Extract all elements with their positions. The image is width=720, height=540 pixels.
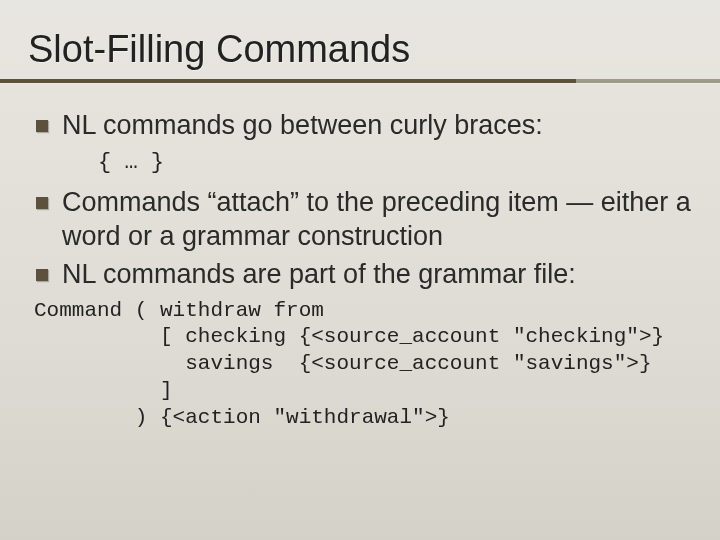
bullet-item: Commands “attach” to the preceding item …: [28, 186, 700, 254]
bullet-subcode: { … }: [98, 149, 700, 177]
title-rule: [0, 79, 720, 83]
bullet-text: Commands “attach” to the preceding item …: [62, 187, 691, 251]
bullet-item: NL commands go between curly braces: { ……: [28, 109, 700, 176]
bullet-text: NL commands go between curly braces:: [62, 110, 543, 140]
bullet-text: NL commands are part of the grammar file…: [62, 259, 576, 289]
slide: Slot-Filling Commands NL commands go bet…: [0, 0, 720, 540]
slide-title: Slot-Filling Commands: [28, 28, 700, 71]
bullet-item: NL commands are part of the grammar file…: [28, 258, 700, 292]
bullet-list: NL commands go between curly braces: { ……: [28, 109, 700, 292]
slide-body: NL commands go between curly braces: { ……: [28, 109, 700, 432]
code-block: Command ( withdraw from [ checking {<sou…: [34, 298, 700, 432]
